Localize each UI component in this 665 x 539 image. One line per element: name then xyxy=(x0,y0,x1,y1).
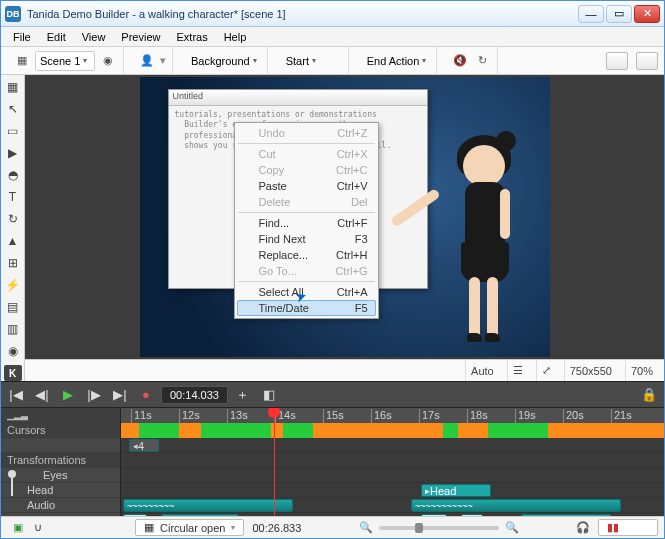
crop-icon[interactable]: ⤢ xyxy=(536,360,556,381)
drop-icon[interactable]: ◉ xyxy=(4,343,22,359)
marker-icon[interactable]: ◧ xyxy=(258,385,280,405)
timecode-display: 00:14.033 xyxy=(161,386,228,404)
duration-display: 00:26.833 xyxy=(252,522,301,534)
clip-ha[interactable]: *Ha xyxy=(421,514,447,516)
close-button[interactable]: ✕ xyxy=(634,5,660,23)
ctx-find-next[interactable]: Find NextF3 xyxy=(237,231,376,247)
eyes-track-row[interactable] xyxy=(121,468,664,483)
cursor-track-row[interactable]: ◂ 4 xyxy=(121,438,664,453)
grid-icon[interactable]: ▦ xyxy=(4,79,22,95)
scene-select[interactable]: Scene 1▾ xyxy=(35,51,95,71)
clip-head[interactable]: ▸ Head xyxy=(421,484,491,497)
end-action-dropdown[interactable]: End Action▾ xyxy=(363,51,431,71)
go-start-button[interactable]: |◀ xyxy=(5,385,27,405)
layers-icon[interactable]: ▣ xyxy=(11,521,25,535)
scene-canvas[interactable]: Untitled tutorials, presentations or dem… xyxy=(140,77,550,357)
ctx-goto[interactable]: Go To...Ctrl+G xyxy=(237,263,376,279)
ctx-find[interactable]: Find...Ctrl+F xyxy=(237,215,376,231)
panel-toggle-right[interactable] xyxy=(636,52,658,70)
align-icon[interactable]: ☰ xyxy=(507,360,528,381)
transition-select[interactable]: ▦Circular open▾ xyxy=(135,519,244,536)
canvas-dimensions: 750x550 xyxy=(564,360,617,381)
text-tool-icon[interactable]: T xyxy=(4,189,22,205)
clip-clap[interactable]: ▸ Clap hands xyxy=(521,514,611,516)
maximize-button[interactable]: ▭ xyxy=(606,5,632,23)
menu-file[interactable]: File xyxy=(5,29,39,45)
timeline-panel: |◀ ◀| ▶ |▶ ▶| ● 00:14.033 ＋ ◧ 🔒 ▁▂▃ Curs… xyxy=(1,381,664,538)
ctx-paste[interactable]: PasteCtrl+V xyxy=(237,178,376,194)
clip-fi[interactable]: *Fi xyxy=(123,514,147,516)
stage-viewport[interactable]: Untitled tutorials, presentations or dem… xyxy=(25,75,664,359)
audio-track-row[interactable]: ~~~~~~~~~ ~~~~~~~~~~~ xyxy=(121,498,664,513)
menu-preview[interactable]: Preview xyxy=(113,29,168,45)
auto-label[interactable]: Auto xyxy=(465,360,499,381)
transform-track-row[interactable] xyxy=(121,453,664,468)
track-eyes[interactable]: Eyes xyxy=(1,468,120,483)
track-cursor-item[interactable] xyxy=(1,438,120,453)
magnet-icon[interactable]: ∪ xyxy=(31,521,45,535)
menu-extras[interactable]: Extras xyxy=(168,29,215,45)
notepad-titlebar: Untitled xyxy=(169,90,427,106)
track-audio[interactable]: Audio xyxy=(1,498,120,513)
pointer-icon[interactable]: ▲ xyxy=(4,233,22,249)
zoom-out-icon[interactable]: 🔍 xyxy=(359,521,373,534)
track-cursors[interactable]: Cursors xyxy=(1,423,120,438)
anim-track-row[interactable]: *Fi ▸ Point *Ha *T ▸ Clap hands xyxy=(121,513,664,516)
rect-icon[interactable]: ▭ xyxy=(4,123,22,139)
arrow-icon[interactable]: ↖ xyxy=(4,101,22,117)
timeline-ruler[interactable]: 11s 12s 13s 14s 15s 16s 17s 18s 19s 20s … xyxy=(121,408,664,423)
scene-list-icon[interactable]: ▦ xyxy=(13,52,31,70)
zoom-level[interactable]: 70% xyxy=(625,360,658,381)
timeline-tracks[interactable]: 11s 12s 13s 14s 15s 16s 17s 18s 19s 20s … xyxy=(121,408,664,516)
loop-icon[interactable]: ↻ xyxy=(473,52,491,70)
audio-level[interactable]: ▮▮ xyxy=(598,519,658,536)
clip-point[interactable]: ▸ Point xyxy=(161,514,239,516)
step-fwd-button[interactable]: |▶ xyxy=(83,385,105,405)
panel-icon[interactable]: ▥ xyxy=(4,321,22,337)
walking-character[interactable] xyxy=(435,127,530,347)
flash-icon[interactable]: ⚡ xyxy=(4,277,22,293)
add-marker-button[interactable]: ＋ xyxy=(232,385,254,405)
track-transformations[interactable]: Transformations xyxy=(1,453,120,468)
ctx-cut[interactable]: CutCtrl+X xyxy=(237,146,376,162)
menu-help[interactable]: Help xyxy=(216,29,255,45)
headphones-icon[interactable]: 🎧 xyxy=(576,521,590,534)
window-titlebar: DB Tanida Demo Builder - a walking chara… xyxy=(1,1,664,27)
keyframe-k-icon[interactable]: K xyxy=(4,365,22,381)
visibility-icon[interactable]: ◉ xyxy=(99,52,117,70)
zoom-tool-icon[interactable]: ⊞ xyxy=(4,255,22,271)
panel-toggle-left[interactable] xyxy=(606,52,628,70)
playhead[interactable] xyxy=(274,408,275,516)
record-button[interactable]: ● xyxy=(135,385,157,405)
character-icon[interactable]: 👤 xyxy=(138,52,156,70)
start-dropdown[interactable]: Start▾ xyxy=(282,51,342,71)
clip-audio-2[interactable]: ~~~~~~~~~~~ xyxy=(411,499,621,512)
minimize-button[interactable]: — xyxy=(578,5,604,23)
ctx-replace[interactable]: Replace...Ctrl+H xyxy=(237,247,376,263)
step-back-button[interactable]: ◀| xyxy=(31,385,53,405)
film-icon[interactable]: ▤ xyxy=(4,299,22,315)
cursor-clip[interactable]: ◂ 4 xyxy=(129,439,159,452)
ctx-undo[interactable]: UndoCtrl+Z xyxy=(237,125,376,141)
background-dropdown[interactable]: Background▾ xyxy=(187,51,261,71)
clip-t[interactable]: *T xyxy=(461,514,483,516)
lock-icon[interactable]: 🔒 xyxy=(638,385,660,405)
balloon-icon[interactable]: ◓ xyxy=(4,167,22,183)
play-tool-icon[interactable]: ▶ xyxy=(4,145,22,161)
clip-audio-1[interactable]: ~~~~~~~~~ xyxy=(123,499,293,512)
play-button[interactable]: ▶ xyxy=(57,385,79,405)
menu-view[interactable]: View xyxy=(74,29,114,45)
loop-tool-icon[interactable]: ↻ xyxy=(4,211,22,227)
ctx-delete[interactable]: DeleteDel xyxy=(237,194,376,210)
window-title: Tanida Demo Builder - a walking characte… xyxy=(27,8,578,20)
left-toolbox: ▦ ↖ ▭ ▶ ◓ T ↻ ▲ ⊞ ⚡ ▤ ▥ ◉ K xyxy=(1,75,25,381)
zoom-in-icon[interactable]: 🔍 xyxy=(505,521,519,534)
menu-edit[interactable]: Edit xyxy=(39,29,74,45)
go-end-button[interactable]: ▶| xyxy=(109,385,131,405)
cursor-strip[interactable] xyxy=(121,423,664,438)
timeline-zoom-slider[interactable]: 🔍 🔍 xyxy=(309,521,568,534)
menu-bar: File Edit View Preview Extras Help xyxy=(1,27,664,47)
ctx-copy[interactable]: CopyCtrl+C xyxy=(237,162,376,178)
head-track-row[interactable]: ▸ Head xyxy=(121,483,664,498)
mute-icon[interactable]: 🔇 xyxy=(451,52,469,70)
